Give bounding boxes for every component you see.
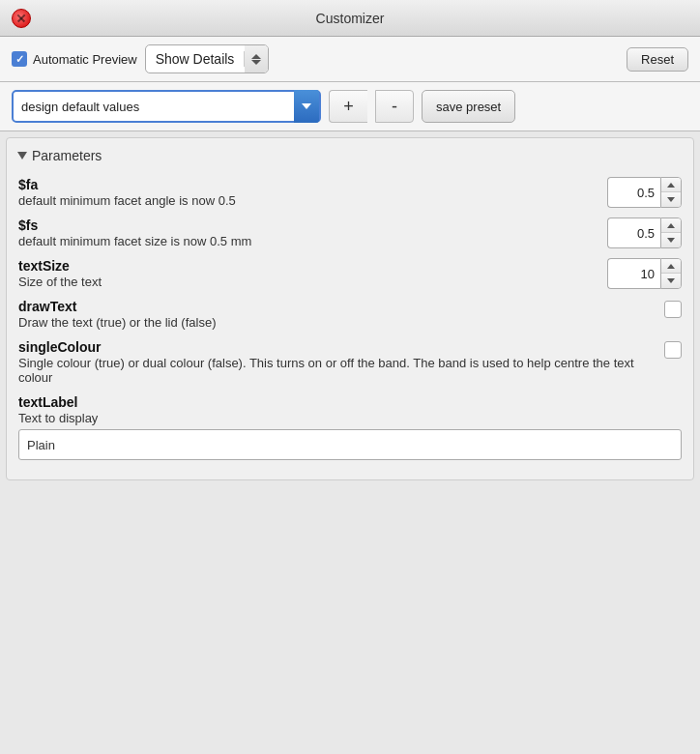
param-name-fa: $fa	[18, 177, 607, 192]
remove-preset-button[interactable]: -	[375, 90, 414, 123]
show-details-spinner[interactable]	[245, 44, 268, 73]
param-spinners-fs	[660, 218, 682, 248]
param-desc-textlabel: Text to display	[18, 411, 682, 425]
param-desc-singlecolour: Single colour (true) or dual colour (fal…	[18, 356, 664, 385]
auto-preview-label: Automatic Preview	[33, 52, 137, 67]
save-preset-button[interactable]: save preset	[422, 90, 515, 123]
param-input-fa[interactable]	[607, 177, 660, 208]
param-input-textsize[interactable]	[607, 258, 660, 289]
auto-preview-wrap: Automatic Preview	[12, 51, 137, 67]
param-desc-fs: default minimum facet size is now 0.5 mm	[18, 234, 607, 248]
preset-select[interactable]: design default values	[12, 90, 321, 123]
reset-button[interactable]: Reset	[627, 47, 688, 72]
param-control-fa	[607, 177, 682, 208]
show-details-down-arrow	[251, 60, 261, 65]
param-control-fs	[607, 218, 682, 248]
preset-select-value: design default values	[14, 100, 294, 114]
close-button[interactable]	[12, 9, 31, 28]
param-checkbox-singlecolour[interactable]	[664, 341, 682, 359]
parameters-title: Parameters	[32, 148, 102, 163]
auto-preview-checkbox[interactable]	[12, 51, 27, 67]
param-input-fs[interactable]	[607, 218, 660, 248]
param-row-singlecolour: singleColour Single colour (true) or dua…	[18, 339, 682, 385]
param-name-textlabel: textLabel	[18, 394, 682, 410]
param-info-fa: $fa default minimum facet angle is now 0…	[18, 177, 607, 208]
param-down-textsize[interactable]	[661, 274, 681, 288]
show-details-select[interactable]: Show Details	[145, 44, 270, 73]
window-title: Customizer	[316, 11, 385, 26]
param-spinners-textsize	[660, 258, 682, 289]
parameters-panel: Parameters $fa default minimum facet ang…	[6, 137, 694, 480]
param-info-singlecolour: singleColour Single colour (true) or dua…	[18, 339, 664, 385]
param-name-drawtext: drawText	[18, 299, 664, 314]
param-row-fa: $fa default minimum facet angle is now 0…	[18, 177, 682, 208]
show-details-up-arrow	[251, 54, 261, 59]
param-info-fs: $fs default minimum facet size is now 0.…	[18, 218, 607, 248]
param-input-textlabel[interactable]	[18, 429, 682, 460]
param-row-textsize: textSize Size of the text	[18, 258, 682, 289]
param-down-fa[interactable]	[661, 192, 681, 207]
preset-select-arrow[interactable]	[294, 90, 319, 123]
collapse-icon[interactable]	[17, 152, 27, 160]
param-desc-fa: default minimum facet angle is now 0.5	[18, 193, 607, 208]
param-name-singlecolour: singleColour	[18, 339, 664, 355]
param-up-textsize[interactable]	[661, 259, 681, 274]
param-info-textsize: textSize Size of the text	[18, 258, 607, 289]
param-row-drawtext: drawText Draw the text (true) or the lid…	[18, 299, 682, 330]
param-checkbox-drawtext[interactable]	[664, 301, 682, 318]
toolbar: Automatic Preview Show Details Reset	[0, 37, 700, 82]
add-preset-button[interactable]: +	[329, 90, 367, 123]
title-bar: Customizer	[0, 0, 700, 37]
param-up-fs[interactable]	[661, 218, 681, 233]
param-desc-drawtext: Draw the text (true) or the lid (false)	[18, 315, 664, 330]
param-row-textlabel: textLabel Text to display	[18, 394, 682, 460]
param-name-textsize: textSize	[18, 258, 607, 274]
param-up-fa[interactable]	[661, 178, 681, 192]
param-desc-textsize: Size of the text	[18, 275, 607, 289]
param-control-textsize	[607, 258, 682, 289]
param-row-fs: $fs default minimum facet size is now 0.…	[18, 218, 682, 248]
param-info-drawtext: drawText Draw the text (true) or the lid…	[18, 299, 664, 330]
param-name-fs: $fs	[18, 218, 607, 233]
param-down-fs[interactable]	[661, 233, 681, 247]
preset-bar: design default values + - save preset	[0, 82, 700, 131]
show-details-text: Show Details	[146, 51, 246, 67]
parameters-header: Parameters	[18, 148, 682, 163]
param-spinners-fa	[660, 177, 682, 208]
